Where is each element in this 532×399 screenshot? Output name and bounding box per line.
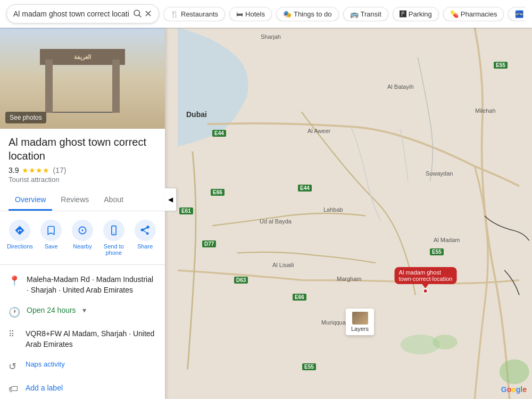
- pin-stem: [422, 284, 429, 288]
- road-number-8: D77: [202, 240, 216, 247]
- hours-row[interactable]: 🕐 Open 24 hours ▾: [0, 301, 165, 323]
- map-label-10: Milehah: [475, 107, 496, 114]
- restaurants-category-label: Restaurants: [181, 10, 218, 18]
- stars: ★★★★: [22, 166, 49, 174]
- nearby-icon: [72, 220, 93, 241]
- rating-row: 3.9 ★★★★ (17): [9, 166, 156, 174]
- pharmacies-category-icon: 💊: [450, 10, 459, 18]
- map-label-6: Al Lisaili: [272, 262, 294, 268]
- history-icon: ↺: [9, 361, 19, 372]
- map-label-1: Sharjah: [261, 34, 281, 40]
- plus-code-text: VQR8+FW Al Madam, Sharjah · United Arab …: [26, 329, 156, 350]
- road-number-1: E44: [212, 130, 226, 137]
- address-row: 📍 Maleha-Madam Rd · Madam Industrial · S…: [0, 269, 165, 301]
- search-clear-button[interactable]: ✕: [144, 8, 152, 20]
- location-icon: 📍: [9, 275, 20, 287]
- address-text: Maleha-Madam Rd · Madam Industrial · Sha…: [27, 275, 156, 295]
- map-canvas: DubaiSharjahAl AweerAl MadamLahbabUd al …: [165, 28, 532, 399]
- map-area[interactable]: DubaiSharjahAl AweerAl MadamLahbabUd al …: [165, 28, 532, 399]
- category-pill-pharmacies[interactable]: 💊Pharmacies: [443, 7, 504, 21]
- action-directions-button[interactable]: Directions: [5, 220, 35, 256]
- category-pills: 🍴Restaurants🛏Hotels🎭Things to do🚌Transit…: [163, 7, 526, 21]
- google-g: G: [501, 385, 507, 394]
- svg-line-1: [139, 15, 140, 16]
- things-to-do-category-icon: 🎭: [283, 10, 292, 18]
- road-number-7: E55: [302, 363, 316, 370]
- add-label-text[interactable]: Add a label: [26, 383, 156, 394]
- svg-point-3: [81, 229, 83, 231]
- place-image[interactable]: الغريفة See photos: [0, 28, 165, 129]
- map-label-3: Al Madam: [434, 237, 460, 243]
- send-to-phone-label: Send to phone: [99, 243, 129, 256]
- hours-text: Open 24 hours: [27, 306, 76, 314]
- search-input[interactable]: [13, 10, 130, 18]
- category-pill-hotels[interactable]: 🛏Hotels: [229, 7, 272, 21]
- category-pill-parking[interactable]: 🅿Parking: [393, 7, 439, 21]
- map-label-4: Lahbab: [323, 206, 343, 213]
- road-number-2: E66: [211, 189, 225, 196]
- category-pill-transit[interactable]: 🚌Transit: [343, 7, 388, 21]
- map-label-0: Dubai: [186, 110, 207, 119]
- road-number-3: E61: [179, 207, 193, 214]
- action-save-button[interactable]: Save: [36, 220, 66, 256]
- tag-icon: 🏷: [9, 384, 19, 395]
- map-label-11: Suwaydan: [426, 170, 453, 177]
- place-type: Tourist attraction: [9, 176, 156, 184]
- action-share-button[interactable]: Share: [130, 220, 160, 256]
- place-title: Al madam ghost town correct location: [9, 135, 156, 163]
- pin-dot: [423, 288, 428, 294]
- pharmacies-category-label: Pharmacies: [461, 10, 497, 18]
- tab-overview[interactable]: Overview: [9, 190, 52, 211]
- chevron-left-icon: ◀: [168, 196, 173, 203]
- transit-category-icon: 🚌: [350, 10, 359, 18]
- info-section: 📍 Maleha-Madam Rd · Madam Industrial · S…: [0, 265, 165, 399]
- category-pill-restaurants[interactable]: 🍴Restaurants: [163, 7, 225, 21]
- left-panel: الغريفة See photos Al madam ghost town c…: [0, 28, 165, 399]
- share-icon: [135, 220, 156, 241]
- pin-label: Al madam ghosttown·correct·location: [399, 269, 453, 282]
- restaurants-category-icon: 🍴: [170, 10, 179, 18]
- review-count[interactable]: (17): [53, 166, 66, 174]
- road-number-0: E55: [494, 62, 508, 69]
- action-send-to-phone-button[interactable]: Send to phone: [99, 220, 129, 256]
- road-number-9: D63: [234, 277, 248, 284]
- category-pill-things-to-do[interactable]: 🎭Things to do: [276, 7, 339, 21]
- map-label-8: Muriqquab: [321, 319, 349, 326]
- directions-icon: [9, 220, 30, 241]
- svg-rect-4: [112, 226, 116, 235]
- save-icon: [40, 220, 62, 241]
- road-number-6: E55: [430, 248, 444, 255]
- maps-activity-text[interactable]: Naps activity: [26, 360, 65, 368]
- maps-activity-row[interactable]: ↺ Naps activity: [0, 355, 165, 378]
- hours-chevron-icon[interactable]: ▾: [82, 306, 86, 314]
- map-pin[interactable]: Al madam ghosttown·correct·location: [395, 267, 457, 294]
- clock-icon: 🕐: [9, 306, 20, 318]
- things-to-do-category-label: Things to do: [294, 10, 332, 18]
- action-nearby-button[interactable]: Nearby: [68, 220, 97, 256]
- google-o1: o: [507, 385, 512, 394]
- layers-button[interactable]: Layers: [346, 309, 374, 335]
- atms-category-icon: 🏧: [515, 10, 523, 18]
- top-bar: ✕ 🍴Restaurants🛏Hotels🎭Things to do🚌Trans…: [0, 0, 532, 28]
- layers-label: Layers: [351, 326, 369, 332]
- google-o2: o: [511, 385, 516, 394]
- share-label: Share: [137, 243, 153, 250]
- search-button[interactable]: [130, 9, 144, 20]
- parking-category-icon: 🅿: [400, 10, 406, 18]
- tab-reviews[interactable]: Reviews: [54, 190, 95, 211]
- nearby-label: Nearby: [73, 243, 92, 250]
- category-pill-atms[interactable]: 🏧ATMs: [508, 7, 526, 21]
- pin-bubble: Al madam ghosttown·correct·location: [395, 267, 457, 284]
- send-to-phone-icon: [103, 220, 124, 241]
- map-label-7: Margham: [337, 276, 361, 282]
- road-number-4: E44: [298, 185, 312, 192]
- add-label-row[interactable]: 🏷 Add a label: [0, 378, 165, 399]
- see-photos-button[interactable]: See photos: [5, 112, 46, 123]
- tab-about[interactable]: About: [97, 190, 130, 211]
- directions-label: Directions: [7, 243, 33, 250]
- search-box: ✕: [6, 4, 159, 23]
- collapse-panel-button[interactable]: ◀: [165, 188, 177, 211]
- save-label: Save: [45, 243, 58, 250]
- transit-category-label: Transit: [361, 10, 381, 18]
- action-buttons: DirectionsSaveNearbySend to phoneShare: [0, 211, 165, 265]
